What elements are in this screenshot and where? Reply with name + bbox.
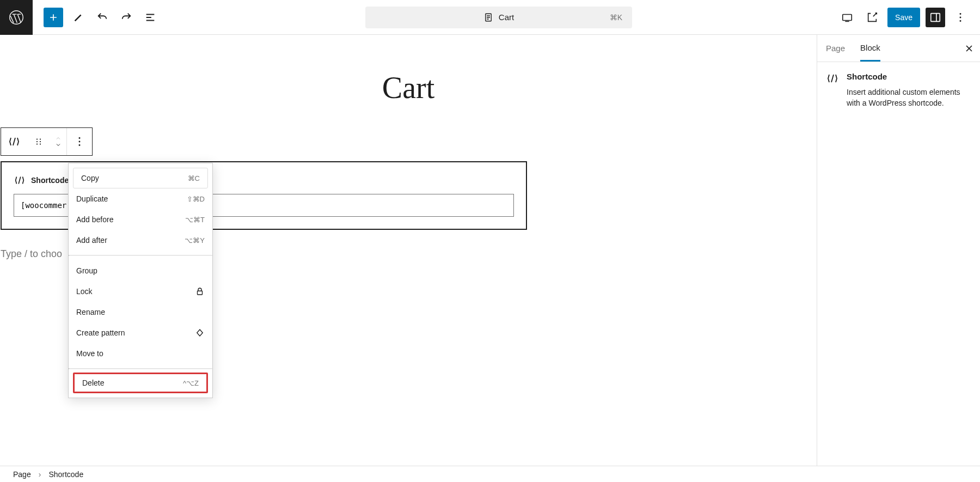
svg-point-8 [40,138,41,139]
svg-rect-2 [843,14,852,20]
redo-button[interactable] [117,8,136,27]
block-info-title: Shortcode [847,72,971,81]
shortcode-icon [14,174,26,186]
svg-point-11 [36,143,38,144]
tab-page[interactable]: Page [826,35,845,62]
menu-item-lock[interactable]: Lock [69,281,212,302]
chevron-right-icon: › [39,470,41,479]
preview-button[interactable] [862,8,882,27]
svg-point-10 [40,141,41,142]
svg-point-7 [36,138,38,139]
svg-point-12 [40,143,41,144]
wordpress-logo[interactable] [0,0,33,35]
breadcrumb-root[interactable]: Page [13,470,31,479]
menu-item-move-to[interactable]: Move to [69,343,212,364]
document-switcher-shortcut: ⌘K [610,13,622,22]
svg-point-9 [36,141,38,142]
page-icon [483,13,493,22]
svg-point-14 [79,141,81,143]
pattern-icon [195,328,205,338]
menu-item-copy[interactable]: Copy ⌘C [73,168,208,188]
menu-item-add-before[interactable]: Add before ⌥⌘T [69,209,212,230]
lock-icon [195,286,205,296]
default-block-appender[interactable]: Type / to choo [1,248,62,260]
settings-panel-toggle[interactable] [926,8,945,27]
svg-rect-3 [931,13,940,21]
menu-item-add-after[interactable]: Add after ⌥⌘Y [69,230,212,251]
settings-sidebar: Page Block Shortcode Insert additional c… [817,35,980,482]
view-button[interactable] [837,8,857,27]
top-toolbar: Cart ⌘K Save [0,0,980,35]
menu-item-create-pattern[interactable]: Create pattern [69,322,212,343]
block-breadcrumb: Page › Shortcode [0,466,980,482]
tab-block[interactable]: Block [860,35,880,62]
svg-point-15 [79,144,81,146]
drag-handle[interactable] [27,128,50,155]
move-up-button[interactable] [54,135,62,142]
close-sidebar-button[interactable] [964,43,975,54]
tools-button[interactable] [69,8,88,27]
menu-item-rename[interactable]: Rename [69,302,212,322]
save-button[interactable]: Save [887,8,920,27]
menu-item-delete[interactable]: Delete ^⌥Z [73,373,208,393]
move-down-button[interactable] [54,142,62,148]
svg-point-13 [79,137,81,139]
svg-point-4 [960,13,961,15]
menu-item-duplicate[interactable]: Duplicate ⇧⌘D [69,188,212,209]
svg-point-5 [960,16,961,18]
shortcode-icon [826,72,839,109]
document-title: Cart [499,13,514,22]
shortcode-block-label: Shortcode [31,176,69,185]
menu-item-group[interactable]: Group [69,260,212,281]
editor-canvas: Cart [0,35,817,482]
breadcrumb-current[interactable]: Shortcode [48,470,83,479]
block-options-menu: Copy ⌘C Duplicate ⇧⌘D Add before ⌥⌘T Add… [68,163,213,398]
page-title[interactable]: Cart [0,35,817,121]
block-toolbar [1,127,93,156]
block-type-button[interactable] [1,128,27,155]
options-button[interactable] [951,8,970,27]
svg-point-6 [960,20,961,21]
document-overview-button[interactable] [140,8,160,27]
svg-rect-16 [198,291,203,295]
undo-button[interactable] [93,8,112,27]
block-info-description: Insert additional custom elements with a… [847,87,971,109]
document-switcher[interactable]: Cart ⌘K [365,7,632,28]
add-block-button[interactable] [44,8,63,27]
block-more-options-button[interactable] [66,128,92,155]
